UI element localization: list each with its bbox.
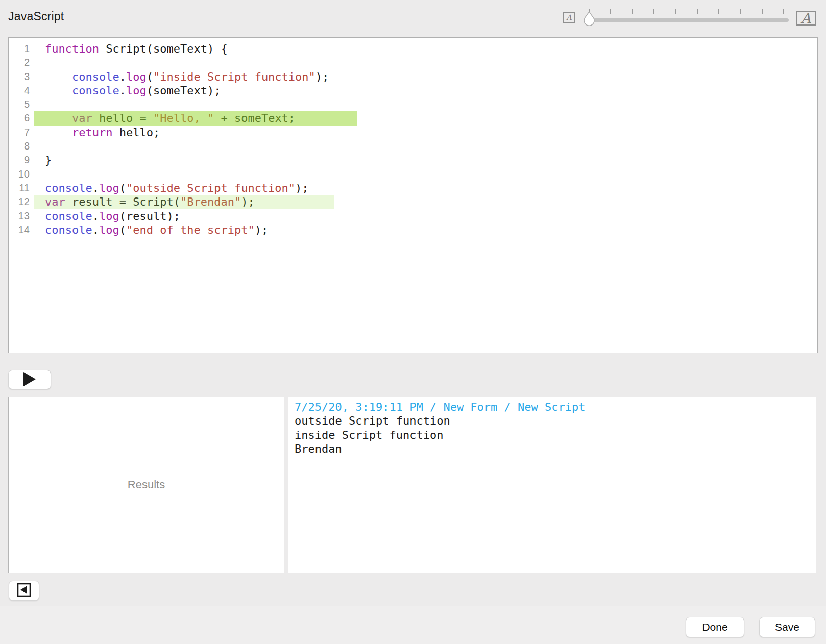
line-number: 3 xyxy=(9,70,30,84)
line-number: 1 xyxy=(9,42,30,56)
small-font-icon: A xyxy=(563,12,575,23)
line-number-gutter: 1234567891011121314 xyxy=(9,38,34,353)
console-output-header: 7/25/20, 3:19:11 PM / New Form / New Scr… xyxy=(295,400,810,414)
results-placeholder-label: Results xyxy=(128,478,165,491)
slider-tick xyxy=(675,9,676,14)
play-icon xyxy=(23,371,36,388)
slider-tick xyxy=(740,9,741,14)
code-line[interactable]: console.log("end of the script"); xyxy=(45,223,817,237)
console-output-line: inside Script function xyxy=(295,428,810,442)
line-number: 14 xyxy=(9,223,30,237)
line-number: 2 xyxy=(9,56,30,69)
code-line[interactable]: console.log(result); xyxy=(45,209,817,223)
font-size-slider[interactable]: A A xyxy=(559,5,819,31)
console-output-lines: outside Script functioninside Script fun… xyxy=(295,414,810,456)
collapse-left-icon xyxy=(17,583,31,599)
code-line[interactable] xyxy=(45,97,817,111)
line-number: 12 xyxy=(9,195,30,209)
slider-tick xyxy=(653,9,654,14)
line-number: 10 xyxy=(9,167,30,181)
collapse-results-button[interactable] xyxy=(9,581,39,601)
code-line[interactable] xyxy=(45,56,817,69)
code-line[interactable]: return hello; xyxy=(45,126,817,139)
code-line[interactable]: var result = Script("Brendan"); xyxy=(45,195,817,209)
code-line[interactable] xyxy=(45,139,817,153)
line-number: 7 xyxy=(9,126,30,139)
code-line[interactable] xyxy=(45,167,817,181)
console-output-line: Brendan xyxy=(295,442,810,456)
run-button[interactable] xyxy=(8,370,51,389)
code-line[interactable]: var hello = "Hello, " + someText; xyxy=(45,111,817,125)
code-line[interactable]: } xyxy=(45,153,817,167)
slider-ticks xyxy=(589,9,784,14)
console-output-line: outside Script function xyxy=(295,414,810,428)
code-line[interactable]: console.log("inside Script function"); xyxy=(45,70,817,84)
save-button[interactable]: Save xyxy=(759,617,815,637)
code-editor[interactable]: 1234567891011121314 function Script(some… xyxy=(8,37,818,353)
line-number: 5 xyxy=(9,97,30,111)
slider-tick xyxy=(632,9,633,14)
line-number: 4 xyxy=(9,84,30,97)
slider-track[interactable] xyxy=(587,18,789,22)
line-number: 8 xyxy=(9,139,30,153)
slider-tick xyxy=(610,9,611,14)
results-panel[interactable]: Results xyxy=(8,397,284,573)
slider-thumb[interactable] xyxy=(582,11,596,27)
code-line[interactable]: console.log(someText); xyxy=(45,84,817,97)
line-number: 9 xyxy=(9,153,30,167)
code-area[interactable]: function Script(someText) { console.log(… xyxy=(34,38,817,353)
slider-tick xyxy=(783,9,784,14)
line-number: 11 xyxy=(9,181,30,195)
line-number: 13 xyxy=(9,209,30,223)
large-font-icon: A xyxy=(796,11,816,26)
page-title: JavaScript xyxy=(8,10,64,23)
done-button[interactable]: Done xyxy=(686,617,744,637)
slider-tick xyxy=(718,9,719,14)
slider-tick xyxy=(697,9,698,14)
code-line[interactable]: console.log("outside Script function"); xyxy=(45,181,817,195)
slider-tick xyxy=(762,9,763,14)
code-line[interactable]: function Script(someText) { xyxy=(45,42,817,56)
console-output-panel[interactable]: 7/25/20, 3:19:11 PM / New Form / New Scr… xyxy=(288,397,816,573)
line-number: 6 xyxy=(9,111,30,125)
